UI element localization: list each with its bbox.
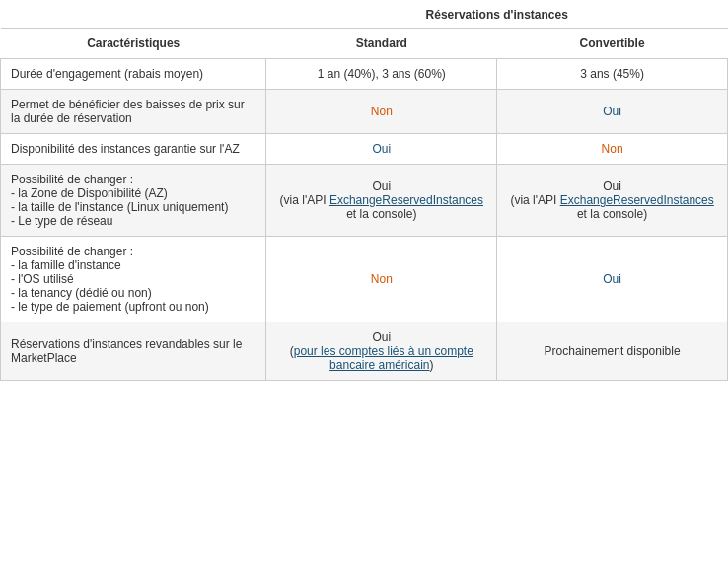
table-row: Possibilité de changer :- la Zone de Dis… bbox=[1, 165, 728, 237]
table-row: Durée d'engagement (rabais moyen)1 an (4… bbox=[1, 59, 728, 90]
standard-cell-changer2: Non bbox=[266, 237, 497, 322]
table-row: Possibilité de changer :- la famille d'i… bbox=[1, 237, 728, 322]
top-header-row: Réservations d'instances bbox=[1, 0, 728, 29]
convertible-cell-marketplace: Prochainement disponible bbox=[497, 322, 728, 381]
convertible-cell-changer1: Oui(via l'API ExchangeReservedInstances … bbox=[497, 165, 728, 237]
convertible-cell-duree: 3 ans (45%) bbox=[497, 59, 728, 90]
col-convertible-header: Convertible bbox=[497, 29, 728, 59]
feature-cell-disponibilite: Disponibilité des instances garantie sur… bbox=[1, 134, 266, 165]
standard-cell-marketplace: Oui(pour les comptes liés à un compte ba… bbox=[266, 322, 497, 381]
feature-cell-baisses: Permet de bénéficier des baisses de prix… bbox=[1, 90, 266, 134]
standard-cell-changer1: Oui(via l'API ExchangeReservedInstances … bbox=[266, 165, 497, 237]
table-row: Disponibilité des instances garantie sur… bbox=[1, 134, 728, 165]
feature-cell-changer2: Possibilité de changer :- la famille d'i… bbox=[1, 237, 266, 322]
reservations-main-header: Réservations d'instances bbox=[266, 0, 728, 29]
col-feature-header: Caractéristiques bbox=[1, 29, 266, 59]
reservations-table: Réservations d'instances Caractéristique… bbox=[0, 0, 728, 381]
feature-cell-changer1: Possibilité de changer :- la Zone de Dis… bbox=[1, 165, 266, 237]
convertible-cell-changer2: Oui bbox=[497, 237, 728, 322]
convertible-cell-baisses: Oui bbox=[497, 90, 728, 134]
col-header-row: Caractéristiques Standard Convertible bbox=[1, 29, 728, 59]
standard-cell-baisses: Non bbox=[266, 90, 497, 134]
convertible-cell-disponibilite: Non bbox=[497, 134, 728, 165]
table-row: Permet de bénéficier des baisses de prix… bbox=[1, 90, 728, 134]
table-row: Réservations d'instances revandables sur… bbox=[1, 322, 728, 381]
col-standard-header: Standard bbox=[266, 29, 497, 59]
standard-cell-duree: 1 an (40%), 3 ans (60%) bbox=[266, 59, 497, 90]
feature-cell-duree: Durée d'engagement (rabais moyen) bbox=[1, 59, 266, 90]
feature-cell-marketplace: Réservations d'instances revandables sur… bbox=[1, 322, 266, 381]
empty-header bbox=[1, 0, 266, 29]
table-body: Durée d'engagement (rabais moyen)1 an (4… bbox=[1, 59, 728, 381]
standard-cell-disponibilite: Oui bbox=[266, 134, 497, 165]
